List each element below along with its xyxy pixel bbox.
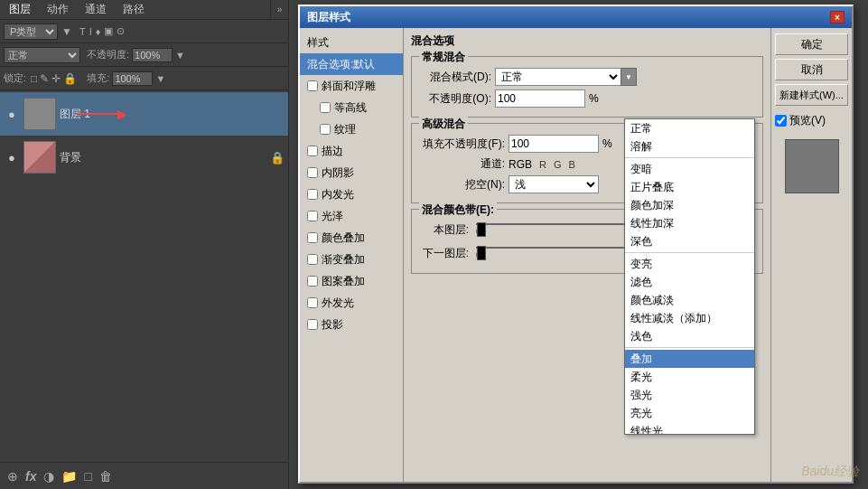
sidebar-bevel-label: 斜面和浮雕 <box>322 79 376 94</box>
sidebar-gradient-overlay-label: 渐变叠加 <box>322 252 365 268</box>
delete-layer-icon[interactable]: 🗑 <box>99 469 112 484</box>
blend-darken[interactable]: 变暗 <box>625 160 754 178</box>
blend-hard-light[interactable]: 强光 <box>625 386 754 404</box>
opacity-form-label: 不透明度(O): <box>419 91 491 107</box>
opacity-percent: % <box>589 92 599 105</box>
stroke-checkbox[interactable] <box>307 146 318 156</box>
sidebar-item-blend[interactable]: 混合选项:默认 <box>300 53 403 75</box>
lock-image-icon[interactable]: ✎ <box>40 72 49 85</box>
blend-mode-select-dialog[interactable]: 正常 <box>495 68 621 86</box>
sidebar-inner-shadow-label: 内阴影 <box>322 165 354 181</box>
new-layer-icon[interactable]: □ <box>84 469 91 484</box>
blend-soft-light[interactable]: 柔光 <box>625 368 754 386</box>
blend-multiply[interactable]: 正片叠底 <box>625 178 754 196</box>
fill-opacity-input[interactable] <box>509 135 599 153</box>
this-layer-left-handle[interactable] <box>477 222 486 237</box>
drop-shadow-checkbox[interactable] <box>307 319 318 330</box>
layer-item-1[interactable]: ● 图层 1 ▶ <box>0 92 288 136</box>
gradient-overlay-checkbox[interactable] <box>307 254 318 265</box>
sidebar-item-inner-shadow[interactable]: 内阴影 <box>300 162 403 183</box>
blend-lighten[interactable]: 变亮 <box>625 255 754 273</box>
sidebar-item-style[interactable]: 样式 <box>300 32 403 53</box>
bevel-checkbox[interactable] <box>307 80 318 91</box>
tab-channels[interactable]: 通道 <box>81 0 110 19</box>
opacity-form-input[interactable] <box>495 89 585 108</box>
blend-overlay[interactable]: 叠加 <box>625 350 754 368</box>
channel-r: R <box>539 159 546 170</box>
knockout-select[interactable]: 浅 <box>509 175 599 193</box>
kind-select[interactable]: P类型 <box>4 24 58 40</box>
knockout-label: 挖空(N): <box>419 177 505 193</box>
outer-glow-checkbox[interactable] <box>307 297 318 308</box>
lock-all-icon[interactable]: 🔒 <box>63 72 77 85</box>
panel-footer: ⊕ fx ◑ 📁 □ 🗑 <box>0 462 288 489</box>
blend-mode-select[interactable]: 正常 <box>4 47 80 63</box>
opacity-label: 不透明度: <box>87 48 129 61</box>
contour-checkbox[interactable] <box>320 102 331 113</box>
blend-dissolve[interactable]: 溶解 <box>625 137 754 155</box>
sidebar-item-texture[interactable]: 纹理 <box>300 118 403 140</box>
sidebar-item-contour[interactable]: 等高线 <box>300 97 403 118</box>
layer-bg-visibility-icon[interactable]: ● <box>4 149 20 165</box>
sidebar-item-gradient-overlay[interactable]: 渐变叠加 <box>300 249 403 270</box>
tab-actions[interactable]: 动作 <box>43 0 72 19</box>
pattern-overlay-checkbox[interactable] <box>307 276 318 287</box>
fx-icon[interactable]: fx <box>25 469 36 484</box>
lock-transparent-icon[interactable]: □ <box>31 72 37 85</box>
cancel-button[interactable]: 取消 <box>775 59 848 80</box>
panel-header: 图层 动作 通道 路径 » <box>0 0 288 20</box>
new-group-icon[interactable]: 📁 <box>61 469 77 484</box>
sidebar-item-bevel[interactable]: 斜面和浮雕 <box>300 75 403 97</box>
next-layer-left-handle[interactable] <box>477 246 486 260</box>
dialog-body: 样式 混合选项:默认 斜面和浮雕 等高线 纹理 <box>300 28 852 482</box>
satin-checkbox[interactable] <box>307 211 318 221</box>
sidebar-texture-label: 纹理 <box>334 122 356 137</box>
inner-glow-checkbox[interactable] <box>307 189 318 200</box>
sidebar-item-color-overlay[interactable]: 颜色叠加 <box>300 227 403 249</box>
tab-paths[interactable]: 路径 <box>119 0 148 19</box>
layer-style-dialog: 图层样式 × 样式 混合选项:默认 斜面和浮雕 等高线 <box>298 5 854 484</box>
ok-button[interactable]: 确定 <box>775 33 848 55</box>
blend-vivid-light[interactable]: 亮光 <box>625 404 754 422</box>
sidebar-item-outer-glow[interactable]: 外发光 <box>300 292 403 314</box>
sidebar-item-pattern-overlay[interactable]: 图案叠加 <box>300 270 403 292</box>
layer-1-visibility-icon[interactable]: ● <box>4 106 20 122</box>
sidebar-blend-label: 混合选项:默认 <box>307 57 375 72</box>
link-layers-icon[interactable]: ⊕ <box>7 469 18 484</box>
texture-checkbox[interactable] <box>320 124 331 135</box>
blend-darker-color[interactable]: 深色 <box>625 232 754 250</box>
panel-toolbar: P类型 ▼ T Ι ♦ ▣ ⊙ <box>0 20 288 43</box>
blend-linear-burn[interactable]: 线性加深 <box>625 214 754 232</box>
blend-linear-light[interactable]: 线性光 <box>625 422 754 435</box>
dialog-titlebar: 图层样式 × <box>300 6 852 28</box>
preview-checkbox[interactable] <box>775 115 787 127</box>
blend-linear-dodge[interactable]: 线性减淡（添加） <box>625 309 754 327</box>
sidebar-item-drop-shadow[interactable]: 投影 <box>300 314 403 335</box>
sidebar-item-inner-glow[interactable]: 内发光 <box>300 183 403 205</box>
blend-separator-2 <box>625 252 754 253</box>
panel-collapse-btn[interactable]: » <box>270 0 288 18</box>
sidebar-item-satin[interactable]: 光泽 <box>300 205 403 227</box>
dialog-main-content: 混合选项 常规混合 混合模式(D): 正常 ▼ 正 <box>404 28 770 482</box>
opacity-input[interactable] <box>132 48 173 62</box>
blend-screen[interactable]: 滤色 <box>625 273 754 291</box>
new-style-button[interactable]: 新建样式(W)... <box>775 84 848 106</box>
layer-item-bg[interactable]: ● 背景 🔒 <box>0 136 288 179</box>
dialog-close-button[interactable]: × <box>830 11 845 24</box>
sidebar-item-stroke[interactable]: 描边 <box>300 140 403 162</box>
channel-value: RGB <box>509 158 532 171</box>
blend-color-burn[interactable]: 颜色加深 <box>625 196 754 214</box>
blend-color-dodge[interactable]: 颜色减淡 <box>625 291 754 309</box>
tab-layers[interactable]: 图层 <box>5 0 34 19</box>
inner-shadow-checkbox[interactable] <box>307 167 318 178</box>
sidebar-pattern-overlay-label: 图案叠加 <box>322 274 365 289</box>
blend-mode-dropdown[interactable]: 正常 溶解 变暗 正片叠底 颜色加深 线性加深 深色 变亮 滤色 颜色减淡 线性… <box>624 118 755 435</box>
adjust-layer-icon[interactable]: ◑ <box>43 469 54 484</box>
channel-label: 通道: <box>419 156 505 172</box>
blend-mode-arrow[interactable]: ▼ <box>621 68 637 86</box>
blend-lighter-color[interactable]: 浅色 <box>625 327 754 345</box>
fill-input[interactable] <box>112 71 153 86</box>
color-overlay-checkbox[interactable] <box>307 232 318 243</box>
blend-normal[interactable]: 正常 <box>625 119 754 137</box>
lock-position-icon[interactable]: ✛ <box>51 72 61 85</box>
